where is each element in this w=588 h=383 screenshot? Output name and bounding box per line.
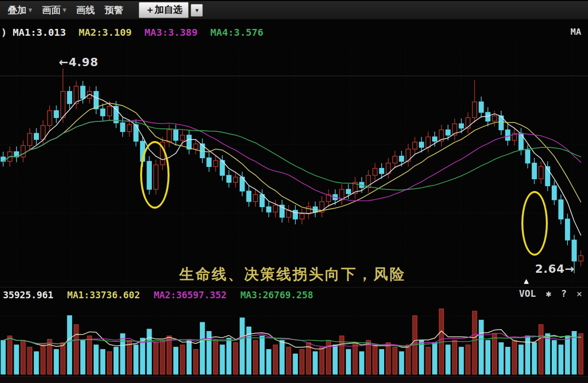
ma3-readout: MA3:3.389 <box>145 26 197 38</box>
menu-screen-label: 画面 <box>42 4 61 17</box>
volume-chart[interactable] <box>0 302 588 376</box>
menu-overlay-label: 叠加 <box>8 4 26 17</box>
volume-indicator-header: 35925.961 MA1:33736.602 MA2:36597.352 MA… <box>0 287 588 302</box>
bottom-strip <box>0 376 588 383</box>
low-price-annotation: 2.64→ <box>535 263 575 275</box>
toolbar: 叠加 ▼ 画面 ▼ 画线 预警 ＋加自选 ▼ <box>0 0 588 21</box>
add-watchlist-dropdown-button[interactable]: ▼ <box>191 4 203 17</box>
highlight-ellipse-1 <box>140 141 170 209</box>
menu-drawline[interactable]: 画线 <box>71 2 99 19</box>
volume-ma1-readout: MA1:33736.602 <box>67 289 140 300</box>
ma2-readout: MA2:3.109 <box>78 26 131 38</box>
volume-ma3-readout: MA3:26769.258 <box>240 289 313 300</box>
main-indicator-header: ) MA1:3.013 MA2:3.109 MA3:3.389 MA4:3.57… <box>0 24 588 40</box>
trading-app-window: 叠加 ▼ 画面 ▼ 画线 预警 ＋加自选 ▼ ) MA1:3.013 MA2:3… <box>0 0 588 383</box>
candlestick-chart[interactable] <box>0 41 588 286</box>
help-icon[interactable]: ? <box>561 288 566 299</box>
ma1-readout: MA1:3.013 <box>13 26 66 38</box>
chevron-down-icon: ▼ <box>63 8 67 13</box>
menu-alert[interactable]: 预警 <box>99 2 128 19</box>
menu-overlay[interactable]: 叠加 ▼ <box>3 2 37 19</box>
menu-drawline-label: 画线 <box>76 4 95 17</box>
pane-toggle-icon[interactable]: ▲ <box>524 277 529 285</box>
ma4-readout: MA4:3.576 <box>210 26 263 38</box>
high-price-annotation: ←4.98 <box>59 56 98 69</box>
settings-gear-icon[interactable]: ✱ <box>546 288 551 299</box>
volume-pane-title[interactable]: VOL <box>519 288 536 299</box>
menu-screen[interactable]: 画面 ▼ <box>37 2 72 19</box>
volume-pane-controls: VOL ✱ ? ✕ <box>519 288 582 299</box>
volume-ma2-readout: MA2:36597.352 <box>154 289 227 300</box>
risk-annotation-text: 生命线、决策线拐头向下，风险 <box>179 264 406 285</box>
add-watchlist-button[interactable]: ＋加自选 <box>139 2 189 18</box>
indicator-name-label: MA <box>570 26 581 37</box>
menu-alert-label: 预警 <box>104 4 123 17</box>
close-icon[interactable]: ✕ <box>577 288 582 299</box>
ma-prefix: ) <box>1 26 7 38</box>
volume-value: 35925.961 <box>3 289 53 300</box>
chevron-down-icon: ▼ <box>28 8 32 13</box>
highlight-ellipse-2 <box>521 191 548 256</box>
